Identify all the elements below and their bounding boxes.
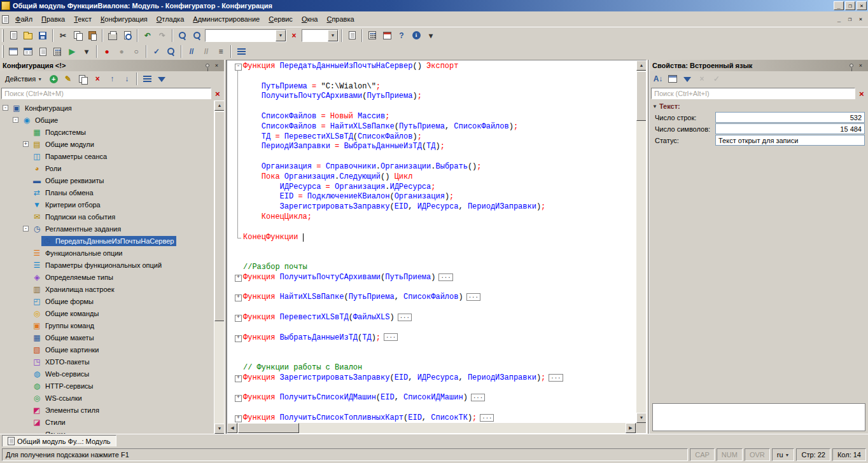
- scroll-up-icon[interactable]: ▲: [636, 60, 646, 71]
- tree-item-languages[interactable]: ◒Языки: [0, 428, 214, 434]
- tree-item-common-pictures[interactable]: ▧Общие картинки: [0, 343, 214, 356]
- code-line[interactable]: // Функции работы с Виалон: [227, 363, 636, 373]
- scroll-thumb[interactable]: [636, 71, 646, 121]
- tree-item-styles[interactable]: ◪Стили: [0, 416, 214, 428]
- mdi-restore-button[interactable]: ❐: [844, 15, 855, 24]
- code-line[interactable]: Функция ПеревестиXLSвТД(ФайлыXLS)...: [227, 313, 636, 323]
- configuration-window-button[interactable]: [6, 45, 20, 59]
- code-line[interactable]: [227, 303, 636, 313]
- code-line[interactable]: ЗарегистрироватьЗаправку(EID, ИДРесурса,…: [227, 202, 636, 212]
- close-button[interactable]: ×: [857, 1, 867, 10]
- mdi-child-icon[interactable]: [2, 15, 9, 24]
- tree-expander-minus-icon[interactable]: -: [13, 117, 18, 123]
- properties-search-clear-icon[interactable]: ×: [857, 88, 867, 99]
- code-line[interactable]: КонецЦикла;: [227, 212, 636, 223]
- uncomment-button[interactable]: //: [199, 45, 213, 59]
- important-properties-button[interactable]: [680, 72, 694, 86]
- redo-button[interactable]: ↷: [155, 29, 169, 43]
- mdi-minimize-button[interactable]: _: [834, 15, 844, 24]
- scroll-up-icon[interactable]: ▲: [214, 100, 224, 111]
- tree-item-exchange-plans[interactable]: ⇄Планы обмена: [0, 186, 214, 198]
- tree-search-clear-icon[interactable]: ×: [213, 88, 223, 99]
- edit-button[interactable]: ✎: [61, 72, 75, 86]
- tree-item-common[interactable]: -◉Общие: [0, 114, 214, 126]
- config-tree[interactable]: -▣Конфигурация-◉Общие▦Подсистемы+▤Общие …: [0, 100, 214, 434]
- collapsed-code-button[interactable]: ...: [438, 273, 452, 281]
- panel-close-icon[interactable]: ×: [212, 61, 221, 70]
- code-line[interactable]: Функция ЗарегистрироватьЗаправку(EID, ИД…: [227, 373, 636, 384]
- toolbar-grip[interactable]: [2, 29, 4, 42]
- tree-item-ws-references[interactable]: ◎WS-ссылки: [0, 392, 214, 404]
- tree-item-subsystems[interactable]: ▦Подсистемы: [0, 126, 214, 138]
- tree-search-input[interactable]: [1, 88, 211, 99]
- format-block-button[interactable]: ≡: [214, 45, 228, 59]
- collapsed-code-button[interactable]: ...: [549, 374, 563, 382]
- move-up-button[interactable]: ↑: [105, 72, 119, 86]
- tree-item-event-subscriptions[interactable]: ✉Подписки на события: [0, 211, 214, 223]
- panel-close-icon[interactable]: ×: [856, 61, 865, 70]
- find-in-files-button[interactable]: [345, 29, 359, 43]
- scroll-thumb[interactable]: [238, 423, 299, 433]
- menu-file[interactable]: Файл: [11, 13, 37, 25]
- syntax-help-button[interactable]: ?: [395, 29, 409, 43]
- fold-plus-icon[interactable]: [235, 293, 243, 303]
- tree-item-style-items[interactable]: ◩Элементы стиля: [0, 404, 214, 416]
- toolbar-options-button[interactable]: ▾: [424, 29, 438, 43]
- code-line[interactable]: Функция ПолучитьСписокТопливныхКарт(EID,…: [227, 413, 636, 423]
- menu-administration[interactable]: Администрирование: [188, 13, 264, 25]
- tree-item-functional-option-parameters[interactable]: ☰Параметры функциональных опций: [0, 259, 214, 271]
- clear-search-button[interactable]: ×: [287, 29, 301, 43]
- tree-expander-plus-icon[interactable]: +: [23, 141, 29, 147]
- toolbar-grip[interactable]: [2, 45, 4, 58]
- collapsed-code-button[interactable]: ...: [384, 333, 398, 341]
- pin-icon[interactable]: [202, 61, 212, 70]
- minimize-button[interactable]: _: [834, 1, 844, 10]
- sort-button[interactable]: [140, 72, 154, 86]
- code-line[interactable]: Пока Организация.Следующий() Цикл: [227, 172, 636, 183]
- tree-item-xdto-packages[interactable]: ◳XDTO-пакеты: [0, 356, 214, 368]
- menu-help[interactable]: Справка: [322, 13, 358, 25]
- replace-button[interactable]: [190, 29, 204, 43]
- code-line[interactable]: [227, 102, 636, 112]
- filter-button[interactable]: [155, 72, 169, 86]
- scroll-thumb[interactable]: [214, 111, 224, 321]
- code-line[interactable]: [227, 353, 636, 363]
- add-button[interactable]: [46, 72, 60, 86]
- tree-vertical-scrollbar[interactable]: ▲ ▼: [214, 100, 224, 434]
- code-line[interactable]: [227, 252, 636, 263]
- form-editor-button[interactable]: [21, 45, 35, 59]
- breakpoint-button[interactable]: ●: [100, 45, 114, 59]
- editor-vertical-scrollbar[interactable]: ▲ ▼: [636, 60, 646, 423]
- code-line[interactable]: ТД = ПеревестиXLSвТД(СписокФайлов);: [227, 132, 636, 142]
- new-button[interactable]: [6, 29, 20, 43]
- tree-item-functional-options[interactable]: ☰Функциональные опции: [0, 247, 214, 259]
- property-value-char-count[interactable]: 15 484: [715, 123, 865, 134]
- tree-item-common-forms[interactable]: ◰Общие формы: [0, 295, 214, 307]
- code-line[interactable]: //Разбор почты: [227, 263, 636, 273]
- code-line[interactable]: [227, 323, 636, 333]
- code-line[interactable]: СписокФайлов = НайтиXLSвПапке(ПутьПриема…: [227, 122, 636, 132]
- fold-plus-icon[interactable]: [235, 393, 243, 403]
- code-line[interactable]: Функция ВыбратьДанныеИзТД(ТД);...: [227, 333, 636, 343]
- code-line[interactable]: [227, 403, 636, 413]
- code-line[interactable]: EID = ПодключениеКВиалон(Организация);: [227, 192, 636, 202]
- save-button[interactable]: [36, 29, 50, 43]
- properties-section-text[interactable]: ▼ Текст:: [650, 100, 868, 112]
- fold-plus-icon[interactable]: [235, 313, 243, 323]
- find-button[interactable]: [176, 29, 190, 43]
- procedures-list-button[interactable]: [234, 45, 248, 59]
- tree-expander-minus-icon[interactable]: -: [3, 105, 8, 111]
- fold-plus-icon[interactable]: [235, 333, 243, 343]
- code-line[interactable]: Функция ПолучитьСписокИДМашин(EID, Списо…: [227, 393, 636, 403]
- tree-item-settings-storages[interactable]: ▥Хранилища настроек: [0, 283, 214, 295]
- open-button[interactable]: [21, 29, 35, 43]
- commit-value-button[interactable]: ✓: [710, 72, 724, 86]
- code-line[interactable]: Функция ПередатьДанныеИзПочтыНаСервер() …: [227, 62, 636, 72]
- tree-item-scheduled-jobs[interactable]: -◷Регламентные задания: [0, 223, 214, 235]
- calculator-button[interactable]: [365, 29, 379, 43]
- search-scope-combo[interactable]: ▼: [302, 29, 339, 42]
- code-line[interactable]: СписокФайлов = Новый Массив;: [227, 112, 636, 122]
- comment-button[interactable]: //: [185, 45, 199, 59]
- debug-options-button[interactable]: ▾: [80, 45, 94, 59]
- tree-item-common-attributes[interactable]: ▬Общие реквизиты: [0, 174, 214, 186]
